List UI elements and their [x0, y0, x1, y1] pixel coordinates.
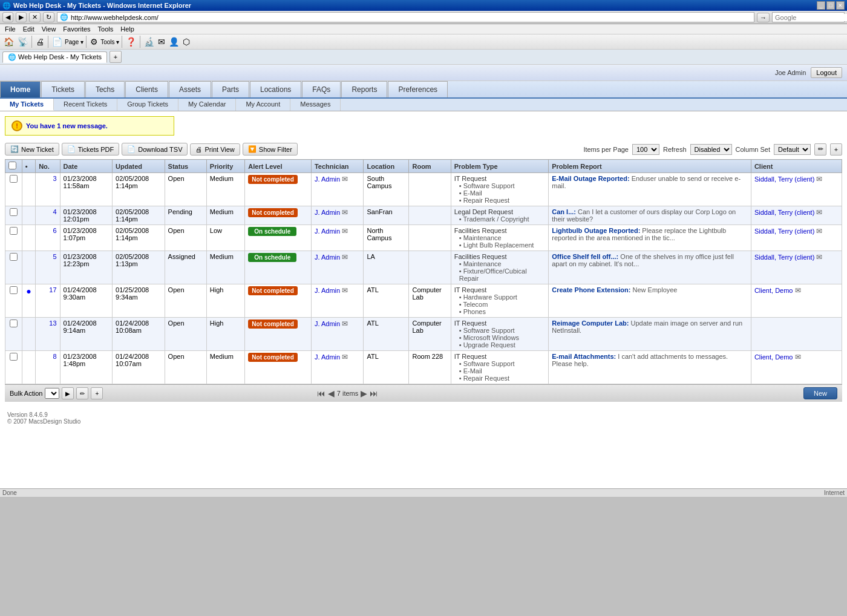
nav-parts[interactable]: Parts: [212, 81, 249, 97]
prob-title[interactable]: Can I...:: [552, 208, 576, 215]
ticket-number-link[interactable]: 5: [53, 253, 56, 260]
prev-page-button[interactable]: ◀: [328, 388, 335, 398]
select-all-checkbox[interactable]: [8, 162, 16, 169]
stop-button[interactable]: ✕: [29, 12, 41, 22]
client-email-icon[interactable]: ✉: [816, 208, 822, 217]
minimize-btn[interactable]: _: [817, 1, 825, 10]
row-checkbox[interactable]: [10, 227, 18, 235]
show-filter-button[interactable]: 🔽 Show Filter: [243, 143, 298, 156]
search-bar[interactable]: 🔍: [772, 12, 845, 22]
row-checkbox[interactable]: [10, 319, 18, 327]
help-icon[interactable]: ❓: [125, 36, 137, 48]
menu-view[interactable]: View: [42, 25, 56, 33]
subnav-my-calendar[interactable]: My Calendar: [178, 99, 236, 111]
search-input[interactable]: [775, 14, 847, 21]
nav-clients[interactable]: Clients: [125, 81, 168, 97]
tech-link[interactable]: J. Admin: [315, 254, 340, 261]
row-checkbox[interactable]: [10, 208, 18, 216]
client-email-icon[interactable]: ✉: [795, 286, 801, 295]
tech-link[interactable]: J. Admin: [315, 320, 340, 327]
prob-title[interactable]: E-Mail Outage Reported:: [552, 175, 629, 182]
tech-email-icon[interactable]: ✉: [342, 227, 348, 235]
nav-preferences[interactable]: Preferences: [388, 81, 448, 97]
tech-email-icon[interactable]: ✉: [342, 175, 348, 183]
ticket-number-link[interactable]: 4: [53, 208, 56, 215]
url-input[interactable]: [71, 14, 751, 21]
feeds-icon[interactable]: 📡: [16, 36, 29, 48]
tech-link[interactable]: J. Admin: [315, 353, 340, 361]
col-problem-report[interactable]: Problem Report: [549, 160, 751, 173]
tech-email-icon[interactable]: ✉: [342, 253, 348, 261]
menu-tools[interactable]: Tools: [98, 25, 114, 33]
subnav-my-tickets[interactable]: My Tickets: [0, 99, 54, 111]
client-link[interactable]: Client, Demo: [754, 287, 793, 294]
col-technician[interactable]: Technician: [311, 160, 364, 173]
bulk-edit-button[interactable]: ✏: [76, 387, 88, 399]
page-icon[interactable]: 📄: [51, 36, 64, 48]
subnav-recent-tickets[interactable]: Recent Tickets: [54, 99, 117, 111]
tickets-pdf-button[interactable]: 📄 Tickets PDF: [62, 143, 120, 156]
ticket-number-link[interactable]: 13: [49, 319, 56, 327]
bulk-add-button[interactable]: +: [91, 387, 103, 399]
tech-link[interactable]: J. Admin: [315, 287, 340, 294]
tools-label[interactable]: Tools ▾: [100, 39, 119, 45]
row-checkbox[interactable]: [10, 175, 18, 183]
row-checkbox[interactable]: [10, 253, 18, 261]
tech-email-icon[interactable]: ✉: [342, 286, 348, 295]
tech-email-icon[interactable]: ✉: [342, 319, 348, 328]
prob-title[interactable]: Create Phone Extension:: [552, 286, 630, 293]
items-per-page-select[interactable]: 100: [632, 144, 659, 155]
subnav-group-tickets[interactable]: Group Tickets: [117, 99, 178, 111]
go-button[interactable]: →: [757, 13, 770, 22]
subnav-my-account[interactable]: My Account: [236, 99, 290, 111]
row-checkbox[interactable]: [10, 286, 18, 294]
new-ticket-bottom-button[interactable]: New: [803, 387, 837, 399]
restore-btn[interactable]: □: [826, 1, 835, 10]
row-checkbox[interactable]: [10, 353, 18, 361]
ticket-number-link[interactable]: 3: [53, 175, 56, 182]
subnav-messages[interactable]: Messages: [290, 99, 341, 111]
edit-columns-button[interactable]: ✏: [814, 143, 826, 156]
prob-title[interactable]: Reimage Computer Lab:: [552, 319, 629, 327]
home-icon[interactable]: 🏠: [2, 36, 15, 48]
prob-title[interactable]: Lightbulb Outage Reported:: [552, 227, 640, 234]
print-icon[interactable]: 🖨: [34, 36, 45, 48]
bulk-action-select[interactable]: [45, 388, 59, 399]
window-controls[interactable]: _ □ ✕: [817, 1, 845, 10]
back-button[interactable]: ◀: [2, 12, 13, 22]
prob-title[interactable]: Office Shelf fell off...:: [552, 253, 618, 260]
refresh-button[interactable]: ↻: [43, 12, 54, 22]
user-icon[interactable]: 👤: [168, 36, 180, 48]
col-updated[interactable]: Updated: [113, 160, 165, 173]
logout-button[interactable]: Logout: [811, 67, 842, 78]
bulk-run-button[interactable]: ▶: [62, 387, 74, 399]
menu-edit[interactable]: Edit: [23, 25, 34, 33]
page-label[interactable]: Page ▾: [65, 39, 83, 45]
first-page-button[interactable]: ⏮: [317, 388, 325, 398]
client-email-icon[interactable]: ✉: [816, 227, 822, 235]
col-location[interactable]: Location: [364, 160, 409, 173]
tech-email-icon[interactable]: ✉: [342, 353, 348, 361]
tools-icon[interactable]: ⚙: [89, 36, 99, 48]
bluetooth-icon[interactable]: ⬡: [182, 36, 191, 48]
col-alert-level[interactable]: Alert Level: [245, 160, 312, 173]
menu-help[interactable]: Help: [120, 25, 134, 33]
nav-tickets[interactable]: Tickets: [41, 81, 85, 97]
client-email-icon[interactable]: ✉: [795, 353, 801, 361]
forward-button[interactable]: ▶: [16, 12, 27, 22]
tech-email-icon[interactable]: ✉: [342, 208, 348, 217]
col-client[interactable]: Client: [751, 160, 842, 173]
client-link[interactable]: Siddall, Terry (client): [754, 175, 814, 183]
ticket-number-link[interactable]: 17: [49, 286, 56, 293]
browser-tab-active[interactable]: 🌐 Web Help Desk - My Tickets: [2, 51, 107, 63]
col-number[interactable]: No.: [36, 160, 60, 173]
client-link[interactable]: Client, Demo: [754, 353, 793, 361]
nav-locations[interactable]: Locations: [250, 81, 301, 97]
address-bar[interactable]: 🌐: [57, 12, 754, 22]
col-date[interactable]: Date: [60, 160, 113, 173]
last-page-button[interactable]: ⏭: [370, 388, 378, 398]
prob-title[interactable]: E-mail Attachments:: [552, 353, 616, 360]
col-room[interactable]: Room: [409, 160, 451, 173]
add-column-button[interactable]: +: [830, 143, 842, 156]
client-link[interactable]: Siddall, Terry (client): [754, 228, 814, 235]
